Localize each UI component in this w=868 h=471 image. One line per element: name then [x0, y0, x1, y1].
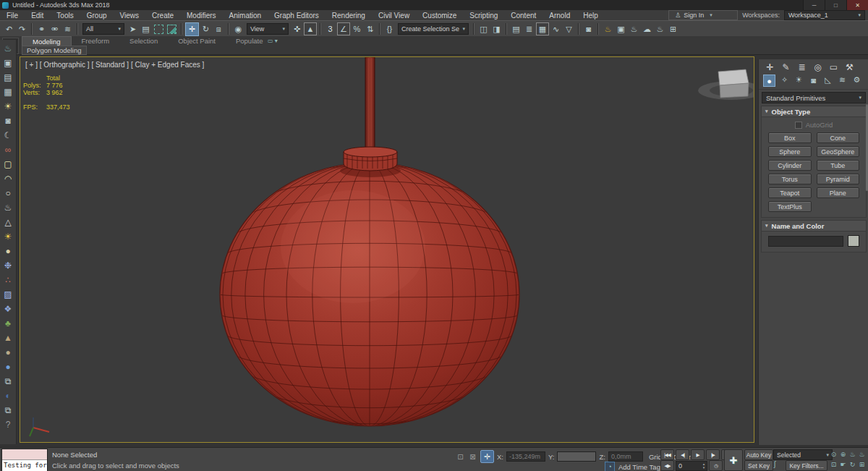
select-and-rotate-icon[interactable]: ↻ [200, 22, 212, 35]
edit-named-selection-sets-icon[interactable]: {} [383, 22, 396, 35]
render-production-icon[interactable]: ♨ [628, 22, 640, 35]
create-tab-icon[interactable]: ✛ [765, 61, 775, 72]
menu-item-arnold[interactable]: Arnold [542, 12, 576, 20]
object-type-rollout-header[interactable]: ▾ Object Type [761, 106, 867, 117]
workspace-dropdown[interactable]: Workspace_1 ▾ [784, 10, 865, 20]
rendered-frame-window-icon[interactable]: ▣ [615, 22, 627, 35]
orbit-icon[interactable]: ↻ [848, 459, 857, 470]
render-in-cloud-icon[interactable]: ☁ [641, 22, 653, 35]
named-selection-sets-field[interactable]: Create Selection Se▾ [398, 23, 469, 35]
molecule-icon[interactable]: ∴ [1, 273, 15, 287]
lightbulb-icon[interactable]: ☀ [1, 99, 15, 114]
object-type-button-sphere[interactable]: Sphere [768, 146, 812, 157]
zoom-extents-icon[interactable]: ♨ [848, 449, 857, 459]
rock-icon[interactable]: ● [1, 345, 15, 360]
viewport-canvas[interactable] [20, 57, 754, 442]
cameras-category-icon[interactable]: ◙ [808, 75, 819, 85]
viewcube[interactable] [698, 69, 754, 100]
selection-filter-dropdown[interactable]: All▾ [82, 23, 124, 35]
curve-editor-icon[interactable]: ∿ [550, 22, 562, 35]
modify-tab-icon[interactable]: ✎ [780, 61, 791, 72]
box-primitive-icon[interactable]: ▢ [1, 157, 15, 171]
object-type-button-teapot[interactable]: Teapot [768, 187, 812, 198]
ornament-rod[interactable] [365, 57, 375, 151]
tab-object-paint[interactable]: Object Paint [168, 36, 226, 46]
object-type-button-cone[interactable]: Cone [817, 132, 860, 143]
object-type-button-pyramid[interactable]: Pyramid [817, 174, 860, 184]
autogrid-toggle[interactable]: AutoGrid [768, 121, 859, 129]
percent-snap-icon[interactable]: % [351, 22, 363, 35]
tab-modeling[interactable]: Modeling [22, 36, 72, 46]
select-and-link-icon[interactable]: ⚭ [35, 22, 48, 35]
ornament-cap[interactable] [340, 147, 401, 177]
select-and-scale-icon[interactable]: ⧈ [213, 22, 225, 35]
ribbon-minimize-icon[interactable]: ▭ ▾ [268, 38, 278, 44]
menu-item-modifiers[interactable]: Modifiers [180, 12, 223, 20]
menu-item-views[interactable]: Views [114, 12, 146, 20]
space-warps-category-icon[interactable]: ≋ [837, 75, 848, 85]
maxscript-mini-listener[interactable]: Testing for i [1, 449, 48, 471]
keyboard-shortcut-override-icon[interactable]: ▲ [304, 22, 317, 35]
geometry-category-icon[interactable]: ● [763, 75, 775, 87]
use-pivot-point-icon[interactable]: ◉ [232, 22, 244, 35]
autogrid-checkbox[interactable] [795, 122, 802, 129]
cone-primitive-icon[interactable]: △ [1, 215, 15, 229]
close-button[interactable]: ✕ [846, 0, 868, 10]
reference-coordinate-system-dropdown[interactable]: View▾ [247, 23, 289, 35]
heightfield-icon[interactable]: ▲ [1, 331, 15, 345]
object-type-button-textplus[interactable]: TextPlus [768, 201, 812, 212]
camera-audio-icon[interactable]: ◙ [1, 114, 15, 128]
menu-item-scripting[interactable]: Scripting [463, 12, 504, 20]
angle-snap-icon[interactable]: ∠ [337, 22, 350, 35]
grid-list-icon[interactable]: ▦ [1, 85, 15, 99]
menu-item-help[interactable]: Help [576, 12, 605, 20]
dome-primitive-icon[interactable]: ◠ [1, 171, 15, 186]
sun-icon[interactable]: ☀ [1, 229, 15, 244]
teapot-primitive-icon[interactable]: ♨ [1, 200, 15, 215]
help-icon[interactable]: ? [1, 417, 15, 432]
menu-item-rendering[interactable]: Rendering [326, 12, 372, 20]
lattice-box-icon[interactable]: ▨ [1, 287, 15, 302]
ribbon-toggle-icon[interactable]: ▦ [536, 22, 549, 35]
utilities-tab-icon[interactable]: ⚒ [844, 61, 855, 72]
scatter-icon[interactable]: ❉ [1, 258, 15, 273]
zoom-region-icon[interactable]: ⊡ [829, 459, 838, 470]
menu-item-civil-view[interactable]: Civil View [372, 12, 416, 20]
isolate-selection-icon[interactable]: ⊡ [456, 452, 465, 462]
material-editor-icon[interactable]: ◙ [582, 22, 595, 35]
viewport-label[interactable]: [ + ] [ Orthographic ] [ Standard ] [ Cl… [25, 61, 204, 69]
time-configuration-icon[interactable]: ◷ [709, 460, 723, 471]
current-frame-field[interactable]: 0 ▴▾ [676, 461, 707, 471]
object-type-button-cylinder[interactable]: Cylinder [768, 160, 812, 171]
blue-sphere-icon[interactable]: ● [1, 360, 15, 374]
moon-icon[interactable]: ☾ [1, 128, 15, 143]
viewport[interactable]: [ + ] [ Orthographic ] [ Standard ] [ Cl… [20, 56, 754, 443]
set-key-button[interactable]: Set Key [744, 460, 773, 471]
redo-icon[interactable]: ↷ [16, 22, 28, 35]
listener-script-row[interactable]: Testing for i [2, 460, 47, 471]
display-tab-icon[interactable]: ▭ [828, 61, 839, 72]
menu-item-customize[interactable]: Customize [416, 12, 463, 20]
spinner-snap-icon[interactable]: ⇅ [364, 22, 376, 35]
object-type-button-geosphere[interactable]: GeoSphere [817, 146, 860, 157]
rectangular-selection-region-icon[interactable] [153, 22, 165, 35]
clipboard-alt-icon[interactable]: ⧉ [1, 403, 15, 417]
select-by-name-icon[interactable]: ▤ [140, 22, 152, 35]
list-view-icon[interactable]: ▤ [1, 70, 15, 85]
name-color-rollout-header[interactable]: ▾ Name and Color [761, 220, 867, 232]
pan-icon[interactable]: ☛ [838, 459, 848, 470]
align-icon[interactable]: ◨ [490, 22, 503, 35]
frame-spinner[interactable]: ▴▾ [701, 462, 707, 470]
teapot-render-icon[interactable]: ♨ [1, 41, 15, 56]
z-coordinate-field[interactable]: 0,0mm [608, 451, 643, 462]
object-name-field[interactable] [768, 236, 843, 247]
select-and-move-icon[interactable]: ✛ [185, 22, 199, 36]
object-type-button-torus[interactable]: Torus [768, 174, 812, 184]
anaglyph-glasses-icon[interactable]: ∞ [1, 143, 15, 157]
motion-tab-icon[interactable]: ◎ [812, 61, 823, 72]
schematic-view-icon[interactable]: ▽ [563, 22, 575, 35]
x-coordinate-field[interactable]: -135,249m [506, 451, 545, 462]
object-type-button-tube[interactable]: Tube [817, 160, 860, 171]
clipboard-icon[interactable]: ⧉ [1, 374, 15, 389]
maximize-viewport-toggle-icon[interactable]: ⊞ [857, 459, 867, 470]
